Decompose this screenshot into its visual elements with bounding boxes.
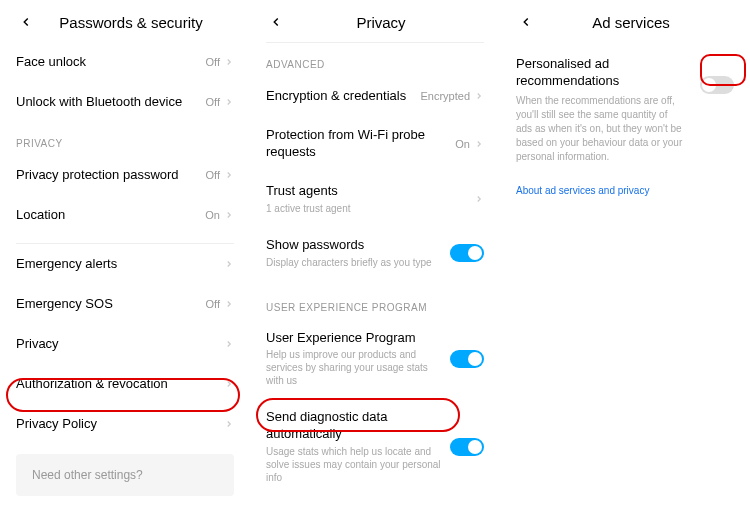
header: Ad services bbox=[500, 0, 750, 42]
toggle-uep[interactable] bbox=[450, 350, 484, 368]
row-location[interactable]: Location On bbox=[16, 195, 234, 235]
back-icon[interactable] bbox=[516, 12, 536, 32]
chevron-right-icon bbox=[224, 53, 234, 71]
row-personalised-ads[interactable]: Personalised ad recommendations When the… bbox=[516, 42, 734, 175]
row-label: Privacy Policy bbox=[16, 416, 224, 433]
row-encryption[interactable]: Encryption & credentials Encrypted bbox=[266, 76, 484, 116]
row-value: Encrypted bbox=[420, 90, 470, 102]
header: Privacy bbox=[250, 0, 500, 42]
row-label: User Experience Program bbox=[266, 330, 450, 347]
row-privacy[interactable]: Privacy bbox=[16, 324, 234, 364]
search-other-settings[interactable]: Need other settings? bbox=[16, 454, 234, 496]
row-subtitle: Help us improve our products and service… bbox=[266, 348, 446, 387]
page-title: Passwords & security bbox=[48, 14, 214, 31]
row-show-passwords[interactable]: Show passwords Display characters briefl… bbox=[266, 226, 484, 280]
row-diagnostic-data[interactable]: Send diagnostic data automatically Usage… bbox=[266, 398, 484, 495]
row-value: Off bbox=[206, 96, 220, 108]
row-face-unlock[interactable]: Face unlock Off bbox=[16, 42, 234, 82]
row-label: Encryption & credentials bbox=[266, 88, 420, 105]
header: Passwords & security bbox=[0, 0, 250, 42]
row-emergency-alerts[interactable]: Emergency alerts bbox=[16, 244, 234, 284]
section-header-uep: USER EXPERIENCE PROGRAM bbox=[266, 302, 484, 313]
divider bbox=[266, 42, 484, 43]
link-about-ad-services[interactable]: About ad services and privacy bbox=[516, 185, 734, 196]
row-subtitle: 1 active trust agent bbox=[266, 202, 446, 215]
row-authorization-revocation[interactable]: Authorization & revocation bbox=[16, 364, 234, 404]
row-label: Emergency SOS bbox=[16, 296, 206, 313]
row-label: Emergency alerts bbox=[16, 256, 224, 273]
row-label: Unlock with Bluetooth device bbox=[16, 94, 206, 111]
row-user-experience-program[interactable]: User Experience Program Help us improve … bbox=[266, 319, 484, 399]
row-label: Privacy protection password bbox=[16, 167, 206, 184]
row-privacy-protection[interactable]: Privacy protection password Off bbox=[16, 155, 234, 195]
back-icon[interactable] bbox=[266, 12, 286, 32]
chevron-right-icon bbox=[474, 190, 484, 208]
toggle-personalised-ads[interactable] bbox=[700, 76, 734, 94]
chevron-right-icon bbox=[224, 255, 234, 273]
row-privacy-policy[interactable]: Privacy Policy bbox=[16, 404, 234, 444]
row-ad-services[interactable]: Ad services bbox=[266, 495, 484, 506]
chevron-right-icon bbox=[224, 93, 234, 111]
page-title: Ad services bbox=[548, 14, 714, 31]
row-subtitle: Display characters briefly as you type bbox=[266, 256, 446, 269]
screen-ad-services: Ad services Personalised ad recommendati… bbox=[500, 0, 750, 506]
row-value: On bbox=[455, 138, 470, 150]
row-description: When the recommendations are off, you'll… bbox=[516, 94, 686, 164]
chevron-right-icon bbox=[474, 135, 484, 153]
row-label: Face unlock bbox=[16, 54, 206, 71]
toggle-show-passwords[interactable] bbox=[450, 244, 484, 262]
row-label: Personalised ad recommendations bbox=[516, 56, 700, 90]
section-header-privacy: PRIVACY bbox=[16, 138, 234, 149]
row-label: Protection from Wi-Fi probe requests bbox=[266, 127, 455, 161]
row-value: Off bbox=[206, 298, 220, 310]
row-value: Off bbox=[206, 56, 220, 68]
row-value: On bbox=[205, 209, 220, 221]
row-wifi-probe[interactable]: Protection from Wi-Fi probe requests On bbox=[266, 116, 484, 172]
chevron-right-icon bbox=[224, 206, 234, 224]
chevron-right-icon bbox=[224, 335, 234, 353]
chevron-right-icon bbox=[224, 166, 234, 184]
row-label: Trust agents bbox=[266, 183, 474, 200]
screen-passwords-security: Passwords & security Face unlock Off Unl… bbox=[0, 0, 250, 506]
row-label: Privacy bbox=[16, 336, 224, 353]
toggle-diagnostic[interactable] bbox=[450, 438, 484, 456]
chevron-right-icon bbox=[224, 415, 234, 433]
row-value: Off bbox=[206, 169, 220, 181]
chevron-right-icon bbox=[224, 375, 234, 393]
row-label: Send diagnostic data automatically bbox=[266, 409, 450, 443]
screen-privacy: Privacy ADVANCED Encryption & credential… bbox=[250, 0, 500, 506]
row-bluetooth-unlock[interactable]: Unlock with Bluetooth device Off bbox=[16, 82, 234, 122]
row-label: Authorization & revocation bbox=[16, 376, 224, 393]
chevron-right-icon bbox=[224, 295, 234, 313]
chevron-right-icon bbox=[474, 87, 484, 105]
page-title: Privacy bbox=[298, 14, 464, 31]
back-icon[interactable] bbox=[16, 12, 36, 32]
row-label: Location bbox=[16, 207, 205, 224]
row-label: Show passwords bbox=[266, 237, 450, 254]
row-trust-agents[interactable]: Trust agents 1 active trust agent bbox=[266, 172, 484, 226]
section-header-advanced: ADVANCED bbox=[266, 59, 484, 70]
row-emergency-sos[interactable]: Emergency SOS Off bbox=[16, 284, 234, 324]
row-subtitle: Usage stats which help us locate and sol… bbox=[266, 445, 446, 484]
